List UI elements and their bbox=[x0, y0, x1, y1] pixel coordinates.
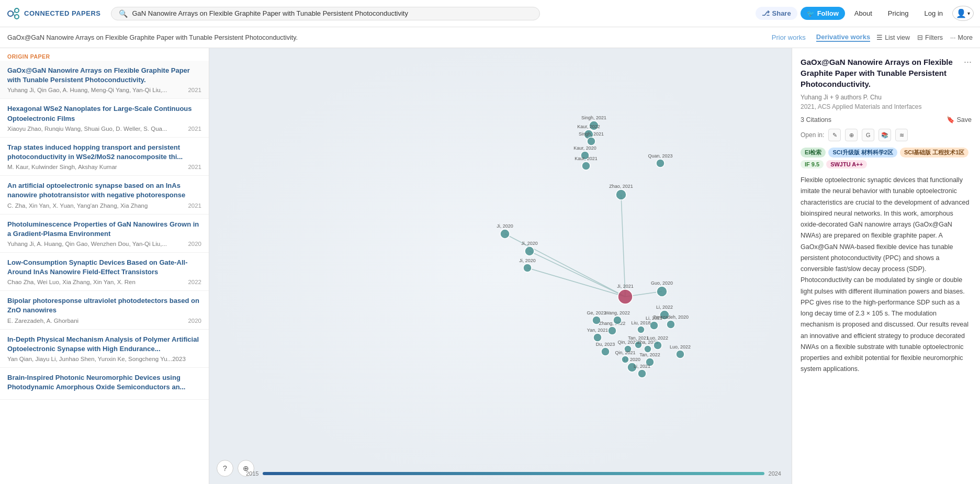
paper-item[interactable]: An artificial optoelectronic synapse bas… bbox=[0, 176, 209, 214]
timeline-track[interactable] bbox=[263, 472, 764, 475]
paper-tag: IF 9.5 bbox=[801, 160, 824, 168]
detail-more-button[interactable]: ··· bbox=[964, 57, 972, 67]
svg-point-0 bbox=[8, 11, 13, 16]
paper-item[interactable]: Photoluminescence Properties of GaN Nano… bbox=[0, 215, 209, 253]
paper-year: 2022 bbox=[188, 279, 201, 285]
paper-item[interactable]: Trap states induced hopping transport an… bbox=[0, 138, 209, 176]
graph-node-label: Kaur, 2022 bbox=[577, 124, 600, 129]
graph-node-label: Yan, 2021 bbox=[587, 328, 608, 333]
graph-node-label: Kaur, 2021 bbox=[575, 156, 598, 161]
graph-node-label: Guo, 2020 bbox=[651, 280, 673, 286]
logo-area[interactable]: CONNECTED PAPERS bbox=[6, 6, 100, 21]
graph-node-label: Ge, 2022 bbox=[587, 310, 606, 316]
pricing-button[interactable]: Pricing bbox=[882, 7, 915, 20]
open-in-icon-3[interactable]: G bbox=[862, 129, 874, 141]
list-view-label: List view bbox=[885, 34, 910, 41]
list-view-button[interactable]: ☰ List view bbox=[876, 33, 910, 41]
paper-item[interactable]: Low-Consumption Synaptic Devices Based o… bbox=[0, 253, 209, 291]
paper-year: 2021 bbox=[188, 126, 201, 132]
right-panel: ··· GaOx@GaN Nanowire Arrays on Flexible… bbox=[792, 48, 980, 484]
save-button[interactable]: 🔖 Save bbox=[947, 116, 972, 123]
graph-node-circle bbox=[593, 333, 602, 342]
paper-title: Bipolar photoresponse ultraviolet photod… bbox=[7, 296, 201, 315]
graph-node-circle bbox=[657, 286, 667, 297]
help-button[interactable]: ? bbox=[217, 460, 233, 477]
paper-year: 2021 bbox=[188, 87, 201, 93]
graph-node-circle bbox=[656, 159, 664, 167]
open-in-row: Open in: ✎ ⊕ G 📚 ≋ bbox=[801, 129, 972, 141]
logo-text: CONNECTED PAPERS bbox=[24, 9, 100, 17]
graph-node-circle bbox=[637, 326, 645, 333]
prior-works-tab[interactable]: Prior works bbox=[772, 33, 806, 41]
follow-button[interactable]: 🐦 Follow bbox=[801, 7, 845, 20]
paper-item[interactable]: Brain-Inspired Photonic Neuromorphic Dev… bbox=[0, 368, 209, 400]
paper-title: Photoluminescence Properties of GaN Nano… bbox=[7, 220, 201, 239]
graph-node-label: Luo, 2022 bbox=[647, 335, 668, 341]
about-button[interactable]: About bbox=[848, 7, 878, 20]
save-label: Save bbox=[957, 116, 972, 123]
chevron-down-icon: ▾ bbox=[967, 10, 970, 16]
graph-node-label: Singh, 2021 bbox=[579, 131, 604, 137]
login-button[interactable]: Log in bbox=[918, 7, 949, 20]
derivative-works-tab[interactable]: Derivative works bbox=[816, 33, 870, 42]
graph-node[interactable]: Ji, 2021 bbox=[617, 284, 634, 304]
paper-authors: 2021 M. Kaur, Kulwinder Singh, Akshay Ku… bbox=[7, 164, 201, 170]
graph-node-circle bbox=[654, 341, 662, 350]
paper-item[interactable]: GaOx@GaN Nanowire Arrays on Flexible Gra… bbox=[0, 61, 209, 99]
bookmark-icon: 🔖 bbox=[947, 116, 955, 123]
paper-item[interactable]: Bipolar photoresponse ultraviolet photod… bbox=[0, 291, 209, 329]
svg-rect-5 bbox=[209, 48, 792, 484]
graph-node-label: Ji, 2021 bbox=[617, 284, 634, 289]
list-view-icon: ☰ bbox=[876, 33, 883, 41]
graph-node-circle bbox=[638, 369, 646, 378]
paper-item[interactable]: In-Depth Physical Mechanism Analysis of … bbox=[0, 330, 209, 368]
graph-node-circle bbox=[582, 162, 590, 170]
graph-node-circle bbox=[601, 347, 610, 356]
abstract-text: Flexible optoelectronic synaptic devices… bbox=[801, 175, 972, 375]
header: CONNECTED PAPERS 🔍 ⎇ Share 🐦 Follow Abou… bbox=[0, 0, 980, 27]
graph-node-label: Wang, 2022 bbox=[605, 310, 630, 316]
paper-title: An artificial optoelectronic synapse bas… bbox=[7, 181, 201, 200]
more-label: More bbox=[958, 34, 973, 41]
graph-node-circle bbox=[650, 321, 658, 330]
paper-title: In-Depth Physical Mechanism Analysis of … bbox=[7, 335, 201, 354]
graph-node-circle bbox=[587, 137, 595, 145]
citations-count: 3 Citations bbox=[801, 116, 831, 123]
graph-panel[interactable]: Ji, 2021Guo, 2020Ji, 2020Ji, 2020Ji, 202… bbox=[209, 48, 792, 484]
share-icon: ⎇ bbox=[762, 9, 770, 17]
papers-list: GaOx@GaN Nanowire Arrays on Flexible Gra… bbox=[0, 61, 209, 400]
origin-label: Origin paper bbox=[0, 48, 209, 61]
open-in-icon-5[interactable]: ≋ bbox=[895, 129, 908, 141]
filters-button[interactable]: ⊟ Filters bbox=[917, 33, 943, 41]
filters-icon: ⊟ bbox=[917, 33, 923, 41]
paper-item[interactable]: Hexagonal WSe2 Nanoplates for Large-Scal… bbox=[0, 99, 209, 137]
login-label: Log in bbox=[925, 9, 943, 17]
paper-authors: 2020 E. Zarezadeh, A. Ghorbani bbox=[7, 318, 201, 324]
paper-authors: 2022 Chao Zha, Wei Luo, Xia Zhang, Xin Y… bbox=[7, 279, 201, 285]
user-menu-button[interactable]: 👤 ▾ bbox=[952, 6, 974, 21]
share-button[interactable]: ⎇ Share bbox=[756, 7, 797, 20]
paper-detail-journal: 2021, ACS Applied Materials and Interfac… bbox=[801, 103, 972, 110]
svg-point-2 bbox=[15, 15, 19, 19]
open-in-icon-1[interactable]: ✎ bbox=[828, 129, 841, 141]
paper-detail-title: GaOx@GaN Nanowire Arrays on Flexible Gra… bbox=[801, 57, 972, 89]
citations-row: 3 Citations 🔖 Save bbox=[801, 116, 972, 123]
paper-title: Hexagonal WSe2 Nanoplates for Large-Scal… bbox=[7, 104, 201, 123]
timeline-start: 2015 bbox=[246, 470, 258, 477]
paper-year: 2020 bbox=[188, 318, 201, 324]
graph-node-circle bbox=[525, 246, 534, 256]
search-container[interactable]: 🔍 bbox=[111, 7, 540, 20]
more-button[interactable]: ··· More bbox=[950, 34, 973, 41]
paper-authors: 2020 Yuhang Ji, A. Huang, Qin Gao, Wenzh… bbox=[7, 241, 201, 247]
sub-nav: Prior works Derivative works bbox=[772, 33, 870, 42]
paper-authors: 2021 C. Zha, Xin Yan, X. Yuan, Yang'an Z… bbox=[7, 202, 201, 209]
user-icon: 👤 bbox=[956, 8, 966, 18]
twitter-icon: 🐦 bbox=[807, 10, 815, 17]
open-in-icon-2[interactable]: ⊕ bbox=[845, 129, 858, 141]
search-input[interactable] bbox=[132, 9, 532, 17]
open-in-icon-4[interactable]: 📚 bbox=[878, 129, 891, 141]
graph-node-label: Li, 2021 bbox=[634, 364, 650, 369]
tags-row: EI检索SCI升级版 材料科学2区SCI基础版 工程技术1区IF 9.5SWJT… bbox=[801, 148, 972, 168]
graph-node-label: Zhao, 2021 bbox=[609, 184, 633, 189]
graph-node-label: Ji, 2020 bbox=[497, 223, 513, 229]
